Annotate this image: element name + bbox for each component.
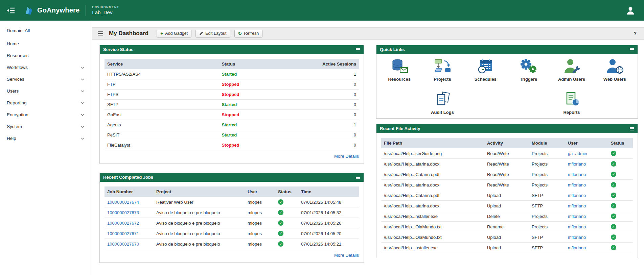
file-status-cell (608, 159, 633, 169)
file-user-link[interactable]: mfloriano (568, 235, 586, 240)
more-details-link[interactable]: More Details (334, 253, 359, 258)
job-status-cell (275, 218, 298, 228)
file-user-link[interactable]: mfloriano (568, 172, 586, 177)
column-header-status: Status (275, 186, 298, 197)
job-number-link[interactable]: 1000000027672 (107, 221, 139, 226)
file-module: Projects (529, 148, 565, 159)
success-check-icon (611, 224, 616, 229)
quick-link-web-users[interactable]: Web Users (593, 58, 636, 82)
gadget-menu-icon[interactable] (629, 127, 634, 131)
triggers-icon (519, 58, 538, 74)
domain-selector[interactable]: Domain: All (0, 23, 92, 38)
file-user-link[interactable]: mfloriano (568, 224, 586, 229)
sidebar-item-label: Home (7, 41, 19, 46)
file-user-cell: mfloriano (565, 159, 608, 169)
gadget-title: Quick Links (380, 47, 405, 52)
file-activity-type: Read/Write (484, 169, 529, 180)
success-check-icon (611, 172, 616, 177)
gadget-header: Recent File Activity (376, 124, 638, 133)
quick-link-reports[interactable]: Reports (550, 91, 593, 115)
gadget-title: Recent Completed Jobs (103, 175, 153, 180)
job-number-link[interactable]: 1000000027673 (107, 210, 139, 215)
right-column: Quick Links (376, 45, 638, 267)
job-user: mlopes (245, 228, 275, 239)
file-status-cell (608, 232, 633, 243)
column-header-active-sessions: Active Sessions (295, 59, 359, 69)
edit-layout-label: Edit Layout (205, 31, 227, 36)
service-status-value: Started (219, 130, 295, 140)
file-user-link[interactable]: mfloriano (568, 214, 586, 219)
gadget-menu-icon[interactable] (629, 48, 634, 52)
job-number-link[interactable]: 1000000027670 (107, 242, 139, 247)
chevron-down-icon (80, 124, 85, 129)
file-activity-type: Upload (484, 201, 529, 211)
quick-links-gadget: Quick Links (376, 45, 638, 119)
quick-link-admin-users[interactable]: Admin Users (550, 58, 593, 82)
job-number-link[interactable]: 1000000027674 (107, 200, 139, 205)
file-user-link[interactable]: ga_admin (568, 151, 587, 156)
projects-icon (433, 58, 452, 74)
file-user-cell: mfloriano (565, 201, 608, 211)
gadget-menu-icon[interactable] (355, 175, 360, 179)
column-header-status: Status (608, 138, 633, 148)
gadget-title: Recent File Activity (380, 126, 420, 131)
sidebar-menu: Home Resources Workflows Services (0, 38, 92, 144)
sidebar-item[interactable]: Home (0, 38, 92, 50)
service-status-value: Started (219, 69, 295, 79)
file-path: /usr/local/Help...atarina.docx (381, 159, 484, 169)
service-active-sessions: 0 (295, 140, 359, 150)
file-user-link[interactable]: mfloriano (568, 193, 586, 198)
file-status-cell (608, 201, 633, 211)
sidebar-item[interactable]: Resources (0, 50, 92, 61)
sidebar-item[interactable]: Help (0, 132, 92, 144)
edit-layout-button[interactable]: Edit Layout (196, 30, 230, 38)
quick-link-resources[interactable]: Resources (378, 58, 421, 82)
add-gadget-label: Add Gadget (165, 31, 188, 36)
quick-link-triggers[interactable]: Triggers (507, 58, 550, 82)
job-project: Aviso de bloqueio e pre bloqueio (154, 228, 245, 239)
job-row: 1000000027673 Aviso de bloqueio e pre bl… (105, 207, 359, 218)
sidebar-item[interactable]: Services (0, 73, 92, 85)
file-user-link[interactable]: mfloriano (568, 245, 586, 250)
file-path: /usr/local/Help...Catarina.pdf (381, 169, 484, 180)
service-active-sessions: 1 (295, 120, 359, 130)
job-project: Aviso de bloqueio e pre bloqueio (154, 207, 245, 218)
success-check-icon (278, 231, 283, 236)
service-name: FTP (105, 79, 219, 90)
more-details-link[interactable]: More Details (334, 154, 359, 159)
user-account-icon[interactable] (624, 4, 637, 17)
help-button[interactable]: ? (631, 31, 639, 36)
file-activity-row: /usr/local/Help...OlaMundo.txt Rename Pr… (381, 222, 633, 232)
service-row: GoFast Stopped 0 (105, 110, 359, 120)
gadget-menu-icon[interactable] (355, 48, 360, 52)
sidebar-item[interactable]: Reporting (0, 97, 92, 109)
refresh-button[interactable]: ↻ Refresh (234, 30, 263, 38)
job-number-link[interactable]: 1000000027671 (107, 231, 139, 236)
quick-link-label: Triggers (520, 77, 537, 82)
file-user-link[interactable]: mfloriano (568, 182, 586, 188)
environment-label: ENVIRONMENT (92, 5, 119, 9)
file-user-link[interactable]: mfloriano (568, 203, 586, 208)
recent-jobs-gadget: Recent Completed Jobs Job Number Project (99, 173, 364, 263)
admin-users-icon (562, 58, 581, 74)
sidebar-item[interactable]: Encryption (0, 109, 92, 121)
sidebar-item[interactable]: Workflows (0, 61, 92, 73)
quick-link-projects[interactable]: Projects (421, 58, 464, 82)
sidebar-item[interactable]: Users (0, 85, 92, 97)
sidebar-item[interactable]: System (0, 121, 92, 132)
environment-block: ENVIRONMENT Lab_Dev (92, 5, 119, 15)
quick-link-schedules[interactable]: Schedules (464, 58, 507, 82)
brand-name: GoAnywhere (37, 6, 79, 14)
add-gadget-button[interactable]: + Add Gadget (157, 30, 191, 38)
sidebar-item-label: Help (7, 136, 16, 141)
collapse-menu-icon[interactable] (4, 3, 18, 18)
file-module: SFTP (529, 190, 565, 201)
job-status-cell (275, 228, 298, 239)
job-user: mlopes (245, 218, 275, 228)
dashboard-menu-icon[interactable] (97, 31, 104, 36)
quick-link-audit-logs[interactable]: Audit Logs (421, 91, 464, 115)
column-header-service: Service (105, 59, 219, 69)
refresh-icon: ↻ (238, 31, 242, 36)
service-active-sessions: 0 (295, 110, 359, 120)
file-user-link[interactable]: mfloriano (568, 161, 586, 167)
